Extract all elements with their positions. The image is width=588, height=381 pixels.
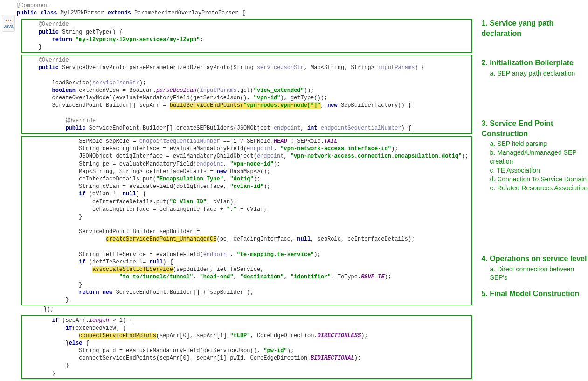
highlight-associateStaticTEService: associateStaticTEService: [92, 266, 173, 273]
java-icon-label: Java: [3, 25, 14, 29]
annotation-3-sub-d: d. Connection To Service Domain: [490, 175, 588, 184]
annotation-1: 1. Service yang path declaration: [482, 18, 588, 39]
annotation-4-title: 4. Operations on service level: [482, 254, 588, 264]
section-2-code: @Override public ServiceOverlayProto par…: [25, 56, 469, 132]
section-3-code: SEPRole sepRole = endpointSequentialNumb…: [25, 138, 469, 304]
annotation-3-sub-a: a. SEP field parsing: [490, 139, 588, 148]
annotation-component: @Component: [17, 2, 50, 9]
section-1-code: @Override public String getType() { retu…: [25, 21, 469, 51]
highlight-buildServiceEndPoints: buildServiceEndPoints(: [170, 102, 243, 109]
code-column: @Component public class MyL2VPNParser ex…: [17, 2, 472, 381]
annotation-2-title: 2. Initialization Boilerplate: [482, 58, 575, 68]
annotation-3-sub-e: e. Related Resources Association: [490, 184, 588, 193]
anon-class-close: });: [17, 305, 472, 313]
annotation-3-title: 3. Service End Point Construction: [482, 118, 588, 139]
java-icon: 〰 Java: [2, 15, 15, 32]
annotation-2-sub-a: a. SEP array path declaration: [490, 69, 575, 78]
annotation-4-sub-a: a. Direct connection between SEP's: [490, 265, 588, 283]
section-2-box: @Override public ServiceOverlayProto par…: [21, 55, 472, 134]
annotation-2: 2. Initialization Boilerplate a. SEP arr…: [482, 58, 575, 77]
java-icon-steam: 〰: [5, 18, 12, 25]
section-4-box: if (sepArr.length > 1) { if(extendedView…: [21, 315, 472, 379]
highlight-createServiceEndPoint: createServiceEndPoint_UnmanagedCE: [106, 236, 217, 242]
icon-column: 〰 Java: [0, 2, 17, 32]
section-3-box: SEPRole sepRole = endpointSequentialNumb…: [21, 136, 472, 305]
annotation-3: 3. Service End Point Construction a. SEP…: [482, 118, 588, 193]
class-header: @Component public class MyL2VPNParser ex…: [17, 2, 472, 17]
page-root: 〰 Java @Component public class MyL2VPNPa…: [0, 2, 588, 381]
annotation-4: 4. Operations on service level a. Direct…: [482, 254, 588, 282]
section-4-code: if (sepArr.length > 1) { if(extendedView…: [25, 317, 469, 377]
section-1-box: @Override public String getType() { retu…: [21, 19, 472, 53]
annotation-5: 5. Final Model Construction: [482, 289, 580, 300]
annotation-3-sub-b: b. Managed/Unmanaged SEP creation: [490, 148, 588, 166]
highlight-connectServiceEndPoints: connectServiceEndPoints: [79, 333, 156, 339]
annotation-1-title: 1. Service yang path declaration: [482, 18, 588, 38]
annotation-5-title: 5. Final Model Construction: [482, 289, 580, 299]
annotation-3-sub-c: c. TE Association: [490, 166, 588, 175]
